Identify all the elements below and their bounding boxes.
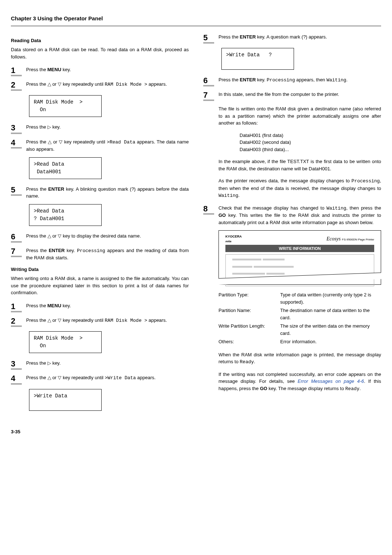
writing-step-2: 2 Press the △ or ▽ key repeatedly until …	[11, 317, 189, 327]
paragraph-error: If the writing was not completed success…	[219, 371, 381, 393]
step-number: 6	[203, 76, 214, 86]
table-row: Partition Name: The destination name of …	[219, 306, 381, 322]
write-information-title: WRITE INFORMATION	[225, 245, 374, 252]
text: key. The message display returns to	[267, 386, 345, 391]
text: key.	[61, 303, 71, 308]
text: Press the △ or ▽ key repeatedly until	[26, 375, 105, 380]
writing-step-6: 6 Press the ENTER key. Processing appear…	[203, 76, 381, 86]
display-ram-disk-mode: RAM Disk Mode > On	[29, 95, 102, 117]
table-row: Write Partition Length: The size of the …	[219, 322, 381, 337]
reading-step-5: 5 Press the ENTER key. A blinking questi…	[11, 186, 189, 200]
writing-step-3: 3 Press the ▷ key.	[11, 360, 189, 370]
reading-step-6: 6 Press the △ or ▽ key to display the de…	[11, 232, 189, 243]
chapter-header: Chapter 3 Using the Operator Panel	[11, 15, 381, 26]
display-read-data-question: >Read Data ? DataH001	[29, 204, 102, 226]
section-title-writing: Writing Data	[11, 266, 189, 273]
page-number: 3-35	[11, 428, 381, 436]
step-body: Press the △ or ▽ key repeatedly until >W…	[26, 374, 189, 382]
step-number: 2	[11, 317, 22, 327]
writing-step-7: 7 In this state, send the file from the …	[203, 91, 381, 101]
step-body: Press the ▷ key.	[26, 360, 189, 367]
step-number: 8	[203, 204, 214, 215]
printer-model: FS-9500DN Page Printer	[342, 238, 374, 241]
reading-step-4: 4 Press the △ or ▽ key repeatedly until …	[11, 138, 189, 153]
display-text: RAM Disk Mode >	[105, 82, 147, 87]
display-ram-disk-mode-2: RAM Disk Mode > On	[29, 331, 102, 353]
step-number: 3	[11, 123, 22, 134]
data-item: DataH002 (second data)	[240, 139, 381, 146]
def-value: The size of the written data on the memo…	[280, 322, 381, 337]
enter-key: ENTER	[49, 248, 65, 253]
display-text: Ready	[345, 386, 359, 392]
paragraph-example: In the example above, if the file TEST.T…	[219, 158, 381, 172]
display-text: Processing	[267, 77, 295, 83]
display-text: Waiting	[219, 193, 238, 198]
step-body: Press the ENTER key. A blinking question…	[26, 186, 189, 200]
writing-step-8: 8 Check that the message display has cha…	[203, 204, 381, 226]
enter-key: ENTER	[48, 186, 64, 192]
text: key.	[256, 77, 267, 82]
display-text: Processing	[77, 248, 105, 254]
def-value: The destination name of data written to …	[280, 306, 381, 322]
enter-key: ENTER	[240, 77, 256, 82]
ecosys-logo: Ecosys	[327, 236, 341, 242]
text: key. A question mark (?) appears.	[256, 34, 327, 40]
reading-step-7: 7 Press the ENTER key. Processing appear…	[11, 247, 189, 262]
data-name-list: DataH001 (first data) DataH002 (second d…	[240, 132, 381, 153]
text: As the printer receives data, the messag…	[219, 178, 351, 183]
data-item: DataH003 (third data)...	[240, 146, 381, 153]
text: Press the △ or ▽ key repeatedly until	[26, 317, 105, 323]
def-key: Write Partition Length:	[219, 322, 280, 337]
go-key: GO	[219, 212, 226, 218]
mita-sublogo: mita	[225, 239, 242, 244]
text: Press the △ or ▽ key repeatedly until	[26, 81, 105, 87]
writing-step-5: 5 Press the ENTER key. A question mark (…	[203, 33, 381, 44]
def-value: Type of data written (currently only typ…	[280, 291, 381, 306]
step-body: In this state, send the file from the co…	[219, 91, 381, 98]
paragraph-printed: When the RAM disk write information page…	[219, 351, 381, 366]
step-body: Press the △ or ▽ key to display the desi…	[26, 232, 189, 240]
step-number: 7	[11, 247, 22, 257]
step-body: Press the MENU key.	[26, 302, 189, 309]
text: Press the	[26, 303, 48, 308]
enter-key: ENTER	[240, 34, 256, 40]
step-body: Press the △ or ▽ key repeatedly until RA…	[26, 317, 189, 324]
text: Press the △ or ▽ key repeatedly until	[26, 139, 107, 145]
error-messages-link[interactable]: Error Messages on page 4-6	[298, 378, 364, 384]
right-column: 5 Press the ENTER key. A question mark (…	[203, 33, 381, 417]
display-text: Waiting	[326, 77, 346, 83]
step-body: Press the MENU key.	[26, 66, 189, 73]
step-number: 2	[11, 81, 22, 91]
writing-step-1: 1 Press the MENU key.	[11, 302, 189, 312]
text: Press the	[26, 248, 49, 253]
text: Press the	[219, 77, 240, 82]
reading-intro: Data stored on a RAM disk can be read. T…	[11, 46, 189, 60]
paragraph-receives: As the printer receives data, the messag…	[219, 177, 381, 199]
step-body: Press the ▷ key.	[26, 123, 189, 131]
write-information-page: KYOCERA mita Ecosys FS-9500DN Page Print…	[219, 230, 381, 285]
text: key. This writes the file to the RAM dis…	[219, 212, 381, 225]
display-text: Ready	[240, 359, 254, 365]
display-text: >Write Data	[105, 375, 136, 381]
text: , then press the	[346, 205, 381, 211]
display-text: >Read Data	[107, 139, 135, 145]
display-write-data-question: >Write Data ?	[221, 48, 294, 70]
paragraph-file-written: The file is written onto the RAM disk gi…	[219, 105, 381, 127]
data-item: DataH001 (first data)	[240, 132, 381, 139]
step-body: Check that the message display has chang…	[219, 204, 381, 226]
text: .	[359, 386, 361, 391]
writing-intro: When writing onto a RAM disk, a name is …	[11, 275, 189, 296]
step-body: Press the ENTER key. Processing appears …	[26, 247, 189, 262]
go-key: GO	[260, 386, 267, 391]
step-number: 4	[11, 138, 22, 149]
def-key: Partition Name:	[219, 306, 280, 322]
text: appears.	[136, 375, 155, 380]
text: appears, then	[295, 77, 327, 82]
step-number: 1	[11, 66, 22, 76]
menu-key: MENU	[48, 303, 61, 308]
left-column: Reading Data Data stored on a RAM disk c…	[11, 33, 189, 417]
text: .	[254, 359, 256, 364]
step-number: 7	[203, 91, 214, 101]
text: key.	[65, 248, 77, 253]
text: Check that the message display has chang…	[219, 205, 326, 211]
